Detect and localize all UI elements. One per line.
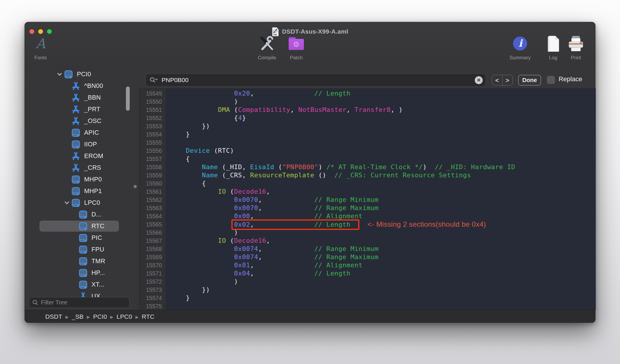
breadcrumb-item-dsdt[interactable]: DSDT (45, 313, 62, 320)
compile-button[interactable]: Compile (251, 34, 283, 61)
find-previous-button[interactable]: < (492, 75, 503, 85)
search-field[interactable]: ✕ (146, 74, 486, 86)
line-number: 15561 (139, 188, 166, 196)
device-icon (64, 70, 73, 79)
line-number: 15563 (139, 204, 166, 212)
sidebar-item-fpu[interactable]: FPU (25, 244, 133, 255)
chevron-down-icon[interactable] (63, 199, 71, 207)
sidebar-item-bn00[interactable]: ^BN00 (25, 80, 133, 92)
sidebar-item-osc[interactable]: _OSC (25, 115, 133, 127)
line-number: 15552 (139, 114, 166, 122)
line-number: 15564 (139, 212, 166, 220)
breadcrumb-item-sb[interactable]: _SB (72, 313, 84, 320)
sidebar-item-bbn[interactable]: _BBN (25, 92, 133, 103)
line-number: 15573 (139, 286, 166, 294)
breadcrumb-item-pci0[interactable]: PCI0 (93, 313, 107, 320)
chevron-down-icon (63, 94, 71, 101)
code-line-15573: 15573 }) (139, 286, 596, 294)
window-header: AML DSDT-Asus-X99-A.aml A Fonts Compile (25, 22, 595, 69)
sidebar-item-apic[interactable]: APIC (25, 127, 133, 138)
device-icon (71, 175, 80, 184)
split-divider-handle[interactable] (134, 185, 137, 188)
line-number: 15554 (139, 130, 166, 138)
sidebar-item-label: EROM (84, 152, 103, 160)
patch-button[interactable]: ⚙ Patch (280, 34, 312, 61)
chevron-down-icon (63, 117, 71, 125)
chevron-down-icon (63, 105, 71, 113)
chevron-down-icon (70, 257, 78, 265)
search-icon[interactable] (149, 77, 159, 84)
print-button[interactable]: Print (560, 34, 592, 61)
replace-checkbox[interactable] (547, 76, 555, 84)
sidebar-item-d[interactable]: D... (25, 209, 133, 220)
code-line-15561: 15561 IO (Decode16, (139, 188, 596, 196)
device-icon (79, 268, 88, 278)
breadcrumb-separator-icon: ▶ (135, 315, 138, 319)
code-editor[interactable]: 15548 0x00, // Alignment15549 0x20, // L… (139, 89, 596, 310)
code-line-15551: 15551 DMA (Compatibility, NotBusMaster, … (139, 106, 596, 114)
window-title: DSDT-Asus-X99-A.aml (282, 28, 348, 35)
line-number: 15556 (139, 147, 166, 155)
code-line-15558: 15558 Name (_HID, EisaId ("PNP0B00") /* … (139, 163, 596, 171)
compile-label: Compile (251, 55, 283, 61)
line-number: 15565 (139, 220, 166, 228)
code-line-15571: 15571 0x04, // Length (139, 269, 596, 278)
sidebar-item-label: XT... (91, 281, 104, 288)
line-number: 15568 (139, 245, 166, 253)
fonts-a-icon: A (36, 37, 45, 50)
sidebar-item-mhp0[interactable]: MHP0 (25, 174, 133, 185)
code-line-15556: 15556 Device (RTC) (139, 147, 596, 155)
sidebar-item-label: LPC0 (84, 199, 100, 207)
code-line-15562: 15562 0x0070, // Range Minimum (139, 196, 596, 204)
sidebar-item-erom[interactable]: EROM (25, 150, 133, 162)
method-icon (71, 163, 80, 172)
sidebar-item-crs[interactable]: _CRS (25, 162, 133, 174)
sidebar-item-label: APIC (84, 129, 99, 136)
chevron-down-icon (63, 176, 71, 183)
sidebar-item-prt[interactable]: _PRT (25, 103, 133, 115)
filter-tree-field[interactable] (29, 297, 129, 308)
sidebar-item-pic[interactable]: PIC (25, 232, 133, 244)
summary-button[interactable]: i Summary (504, 34, 536, 61)
app-window: AML DSDT-Asus-X99-A.aml A Fonts Compile (25, 22, 595, 323)
code-line-15552: 15552 {4} (139, 114, 596, 122)
clear-search-icon[interactable]: ✕ (475, 76, 483, 84)
line-number: 15569 (139, 253, 166, 261)
code-line-15550: 15550 ) (139, 98, 596, 106)
sidebar-item-iiop[interactable]: IIOP (25, 138, 133, 150)
sidebar-item-xt[interactable]: XT... (25, 279, 133, 290)
sidebar-item-label: RTC (91, 223, 104, 230)
find-prev-next: < > (492, 75, 513, 86)
line-number: 15574 (139, 294, 166, 302)
code-line-15570: 15570 0x01, // Alignment (139, 261, 596, 269)
filter-tree-input[interactable] (41, 299, 126, 306)
fonts-button[interactable]: A Fonts (25, 34, 56, 61)
code-line-15559: 15559 Name (_CRS, ResourceTemplate () //… (139, 171, 596, 179)
breadcrumb-item-rtc[interactable]: RTC (142, 313, 154, 320)
sidebar-item-label: ^BN00 (84, 82, 103, 90)
chevron-down-icon (63, 164, 71, 171)
done-button[interactable]: Done (518, 75, 541, 86)
sidebar-item-mhp1[interactable]: MHP1 (25, 185, 133, 197)
line-number: 15557 (139, 155, 166, 163)
line-number: 15562 (139, 196, 166, 204)
code-line-15565: 15565 0x02, // Length<- Missing 2 sectio… (139, 220, 596, 228)
find-next-button[interactable]: > (503, 75, 513, 85)
line-number: 15553 (139, 122, 166, 130)
sidebar-item-hp[interactable]: HP... (25, 267, 133, 279)
search-input[interactable] (162, 77, 475, 84)
chevron-down-icon (63, 82, 71, 90)
sidebar-item-ux[interactable]: UX (25, 290, 133, 297)
sidebar-item-tmr[interactable]: TMR (25, 255, 133, 267)
compile-tools-icon (251, 34, 283, 53)
sidebar-item-lpc0[interactable]: LPC0 (25, 197, 133, 209)
sidebar-scrollbar[interactable] (126, 86, 130, 111)
sidebar-item-pci0[interactable]: PCI0 (25, 69, 133, 80)
device-icon (71, 140, 80, 149)
acpi-tree: PCI0^BN00_BBN_PRT_OSCAPICIIOPEROM_CRSMHP… (25, 69, 133, 297)
sidebar-item-rtc[interactable]: RTC (25, 220, 133, 232)
code-line-15560: 15560 { (139, 179, 596, 188)
chevron-down-icon[interactable] (56, 70, 63, 78)
breadcrumb-item-lpc0[interactable]: LPC0 (117, 313, 132, 320)
chevron-down-icon (63, 187, 71, 195)
